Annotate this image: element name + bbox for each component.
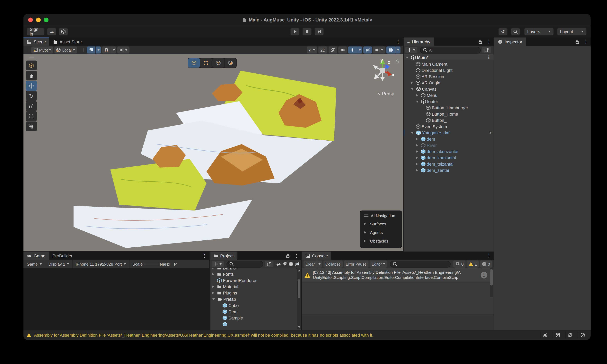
camera-settings-dropdown[interactable]: [373, 46, 385, 53]
hierarchy-item-xr-origin[interactable]: XR Origin: [404, 80, 494, 86]
effects-control[interactable]: [348, 46, 362, 53]
tab-hierarchy[interactable]: ≡Hierarchy: [404, 38, 434, 46]
ai-nav-obstacles[interactable]: Obstacles: [360, 237, 402, 245]
ai-navigation-header[interactable]: AI Navigation: [360, 212, 402, 220]
hierarchy-item-dem-teizantai[interactable]: dem_teizantai: [404, 161, 494, 167]
expand-arrow-icon[interactable]: [416, 144, 418, 146]
clear-button[interactable]: Clear: [304, 260, 317, 268]
project-item-sample[interactable]: Sample: [210, 315, 296, 321]
lock-icon[interactable]: [575, 39, 580, 44]
lock-icon[interactable]: [286, 253, 290, 258]
console-scrollbar[interactable]: [490, 268, 493, 297]
project-item-plugins[interactable]: Plugins: [210, 290, 296, 296]
project-expand-window-button[interactable]: [265, 261, 273, 267]
editor-dropdown[interactable]: Editor: [370, 260, 387, 268]
warnings-count-toggle[interactable]: 1: [467, 260, 479, 268]
hierarchy-scene-row[interactable]: Main* ⋮: [404, 54, 494, 61]
move-tool-button[interactable]: [26, 81, 37, 91]
expand-arrow-icon[interactable]: [406, 56, 408, 58]
projection-label[interactable]: <Persp: [378, 91, 394, 96]
console-search-input[interactable]: [390, 261, 451, 267]
hierarchy-item-footer[interactable]: footer: [404, 98, 494, 105]
effects-toggle-button[interactable]: [348, 46, 357, 53]
undo-history-button[interactable]: ↺: [498, 28, 508, 36]
expand-arrow-icon[interactable]: [212, 292, 214, 294]
project-item-material[interactable]: Material: [210, 284, 296, 290]
expand-arrow-icon[interactable]: [212, 298, 215, 300]
project-item-clipped[interactable]: [210, 321, 296, 327]
inspector-panel-menu-button[interactable]: ⋮: [583, 39, 588, 44]
gizmo-lock-icon[interactable]: [395, 59, 400, 64]
tab-probuilder[interactable]: ProBuilder: [49, 251, 76, 260]
expand-arrow-icon[interactable]: [416, 163, 418, 165]
probuilder-tool-button[interactable]: [26, 61, 37, 70]
expand-arrow-icon[interactable]: [212, 268, 214, 269]
tab-asset-store[interactable]: Asset Store: [49, 38, 85, 46]
layout-dropdown[interactable]: Layout: [557, 28, 587, 36]
project-item-fonts[interactable]: Fonts: [210, 271, 296, 277]
hierarchy-item-yatugatke-daf[interactable]: Yatugatke_daf>: [404, 130, 494, 136]
scale-control[interactable]: Scale NaNx: [129, 260, 173, 268]
expand-arrow-icon[interactable]: [416, 94, 418, 96]
2d-toggle-button[interactable]: 2D: [318, 46, 327, 53]
edge-mode-button[interactable]: [212, 58, 224, 67]
error-pause-button[interactable]: Error Pause: [344, 260, 369, 268]
cloud-button[interactable]: ☁: [47, 28, 56, 36]
expand-arrow-icon[interactable]: [416, 138, 418, 140]
hierarchy-item-dem[interactable]: dem: [404, 136, 494, 142]
grid-toggle-button[interactable]: Y: [87, 46, 96, 53]
hierarchy-panel-menu-button[interactable]: ⋮: [486, 39, 491, 44]
game-view[interactable]: [24, 269, 209, 330]
expand-arrow-icon[interactable]: [411, 132, 414, 134]
tab-inspector[interactable]: Inspector: [494, 38, 526, 46]
grid-visibility-control[interactable]: Y: [87, 46, 101, 53]
expand-arrow-icon[interactable]: [416, 150, 418, 153]
hierarchy-expand-window-button[interactable]: [482, 47, 491, 53]
game-panel-menu-button[interactable]: ⋮: [202, 253, 207, 258]
game-mode-dropdown[interactable]: Game: [24, 260, 45, 268]
play-button[interactable]: [290, 28, 300, 36]
cache-server-disabled-button[interactable]: [553, 332, 562, 339]
transform-tool-button[interactable]: [26, 121, 37, 131]
project-panel-menu-button[interactable]: ⋮: [294, 253, 299, 258]
layers-dropdown[interactable]: Layers: [524, 28, 554, 36]
expand-arrow-icon[interactable]: [212, 286, 214, 288]
gizmos-toggle-button[interactable]: [386, 46, 395, 53]
scale-slider[interactable]: [144, 264, 158, 264]
gizmos-dropdown[interactable]: [395, 46, 400, 53]
console-panel-menu-button[interactable]: ⋮: [486, 253, 491, 258]
project-item-forwardrenderer[interactable]: {}ForwardRenderer: [210, 277, 296, 284]
pivot-dropdown[interactable]: Pivot: [31, 46, 53, 53]
version-control-button[interactable]: [59, 28, 68, 36]
display-dropdown[interactable]: Display 1: [45, 260, 72, 268]
prefab-open-chevron[interactable]: >: [489, 130, 492, 135]
pause-button[interactable]: [302, 28, 312, 36]
local-dropdown[interactable]: Local: [54, 46, 77, 53]
scene-lighting-toggle[interactable]: [329, 46, 337, 53]
object-mode-button[interactable]: [188, 58, 200, 67]
scale-tool-button[interactable]: [26, 101, 37, 111]
tab-scene[interactable]: Scene: [24, 38, 49, 46]
scrollbar-thumb[interactable]: [298, 279, 300, 298]
hierarchy-item-button-[interactable]: Button_: [404, 117, 494, 123]
scroll-up-arrow[interactable]: [297, 268, 301, 272]
project-search-input[interactable]: [226, 261, 263, 267]
hidden-packages-icon[interactable]: [295, 262, 300, 266]
grid-dropdown[interactable]: [96, 46, 101, 53]
snap-control[interactable]: [102, 46, 116, 53]
auto-refresh-disabled-button[interactable]: [565, 332, 575, 339]
project-scrollbar[interactable]: [297, 268, 301, 329]
expand-arrow-icon[interactable]: [212, 273, 214, 275]
progress-ok-button[interactable]: [578, 332, 587, 339]
hierarchy-search-input[interactable]: All: [420, 47, 481, 53]
resolution-dropdown[interactable]: iPhone 11 1792x828 Port: [73, 260, 129, 268]
create-object-button[interactable]: [405, 47, 417, 53]
step-button[interactable]: [315, 28, 324, 36]
global-search-button[interactable]: [511, 28, 520, 36]
sign-in-button[interactable]: Sign in: [27, 28, 45, 36]
hierarchy-item-dem-kouzantai[interactable]: dem_kouzantai: [404, 155, 494, 161]
hierarchy-item-dem-zentai[interactable]: dem_zentai: [404, 167, 494, 173]
hierarchy-item-dem-akouzantai[interactable]: dem_akouzantai: [404, 148, 494, 155]
messages-count-toggle[interactable]: 0: [454, 260, 466, 268]
debugger-disabled-button[interactable]: [540, 332, 550, 339]
